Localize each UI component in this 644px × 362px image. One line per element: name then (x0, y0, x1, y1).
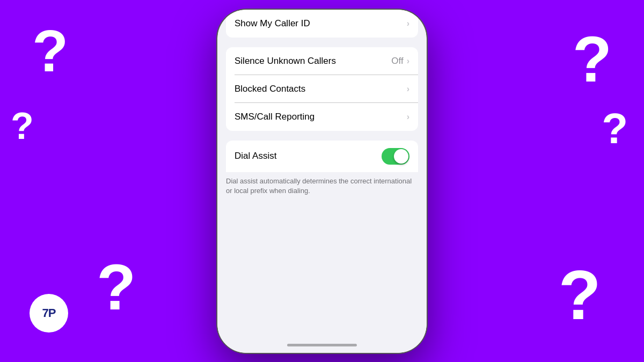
logo-text: 7P (42, 306, 56, 320)
show-caller-id-row[interactable]: Show My Caller ID › (226, 10, 418, 38)
screen-content: Show My Caller ID › Silence Unknown Call… (217, 10, 427, 315)
show-caller-id-chevron: › (407, 19, 409, 28)
bg-question-2: ? (11, 107, 34, 145)
bg-question-3: ? (97, 255, 136, 319)
dial-assist-toggle-wrap[interactable] (382, 148, 409, 165)
blocked-contacts-row[interactable]: Blocked Contacts › (226, 75, 418, 103)
phone-screen: Show My Caller ID › Silence Unknown Call… (217, 10, 427, 353)
dial-assist-label: Dial Assist (235, 151, 382, 161)
home-bar (287, 344, 357, 346)
sms-call-reporting-row[interactable]: SMS/Call Reporting › (226, 103, 418, 131)
sms-call-reporting-chevron: › (407, 112, 409, 122)
bg-question-6: ? (559, 260, 601, 330)
silence-unknown-callers-row[interactable]: Silence Unknown Callers Off › (226, 47, 418, 75)
dial-assist-toggle-knob (394, 149, 408, 164)
middle-settings-group: Silence Unknown Callers Off › Blocked Co… (226, 47, 418, 131)
show-caller-id-label: Show My Caller ID (235, 18, 407, 29)
bg-question-4: ? (573, 27, 612, 91)
bg-question-5: ? (602, 107, 628, 150)
dial-assist-row[interactable]: Dial Assist (226, 141, 418, 172)
blocked-contacts-chevron: › (407, 84, 409, 94)
top-settings-group: Show My Caller ID › (226, 10, 418, 38)
bg-question-1: ? (32, 21, 68, 80)
dial-assist-toggle[interactable] (382, 148, 409, 165)
home-indicator-area (217, 315, 427, 353)
silence-unknown-callers-value: Off (391, 56, 403, 67)
silence-unknown-callers-label: Silence Unknown Callers (235, 56, 391, 67)
dial-assist-description: Dial assist automatically determines the… (226, 172, 418, 202)
logo-badge: 7P (30, 294, 68, 333)
phone-frame: Show My Caller ID › Silence Unknown Call… (217, 10, 427, 353)
silence-unknown-callers-chevron: › (407, 56, 409, 66)
dial-assist-settings-group: Dial Assist (226, 141, 418, 172)
blocked-contacts-label: Blocked Contacts (235, 84, 407, 94)
sms-call-reporting-label: SMS/Call Reporting (235, 112, 407, 122)
